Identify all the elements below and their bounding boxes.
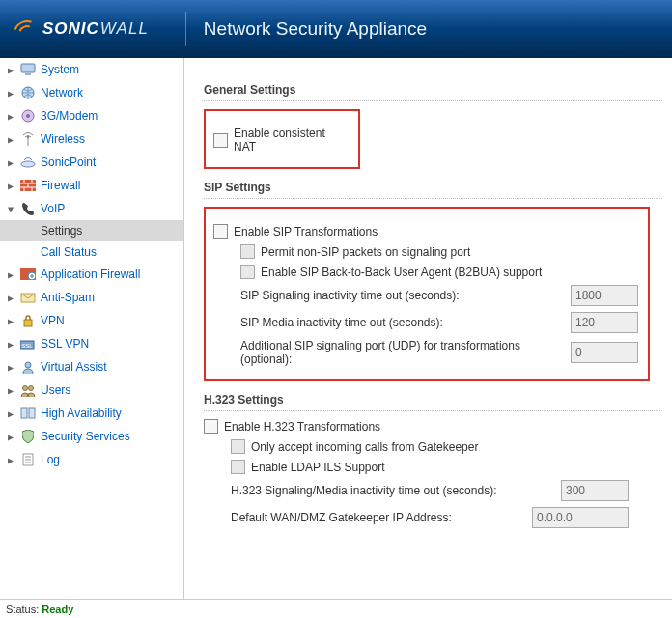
sidebar-item-label: SSL VPN [41,337,89,351]
sidebar-item-vpn[interactable]: ▶VPN [0,309,183,332]
sidebar-item-voip[interactable]: ▼VoIP [0,197,183,220]
sidebar-item-firewall[interactable]: ▶Firewall [0,174,183,197]
phone-icon [19,200,37,217]
row-enable-nat: Enable consistent NAT [213,126,349,154]
sidebar-item-virtual-assist[interactable]: ▶Virtual Assist [0,355,183,379]
checkbox-enable-nat[interactable] [213,133,228,148]
input-sip-sig-timeout[interactable] [571,285,638,306]
sidebar-item-high-availability[interactable]: ▶High Availability [0,402,183,425]
users-icon [19,381,37,399]
sidebar-item-system[interactable]: ▶System [0,58,183,81]
sidebar-item-wireless[interactable]: ▶Wireless [0,127,183,151]
sidebar-item-label: Call Status [41,245,97,259]
brand-text-2: WALL [100,19,149,38]
collapse-icon[interactable]: ▼ [6,204,15,214]
sidebar-item-label: Application Firewall [41,267,140,281]
logo-arc-icon [14,16,39,42]
sidebar-item-anti-spam[interactable]: ▶Anti-Spam [0,286,183,309]
sidebar-item-label: Settings [41,224,82,238]
sidebar-item-3gmodem[interactable]: ▶3G/Modem [0,104,183,127]
svg-rect-19 [24,320,32,326]
brand-text-1: SONIC [42,19,99,38]
expand-icon[interactable]: ▶ [6,181,15,191]
expand-icon[interactable]: ▶ [6,65,15,75]
checkbox-enable-h323[interactable] [204,419,218,434]
section-general-heading: General Settings [204,83,662,101]
monitor-icon [19,61,37,78]
input-sip-addl-port[interactable] [571,342,638,363]
expand-icon[interactable]: ▶ [6,134,15,145]
expand-icon[interactable]: ▶ [6,269,15,280]
checkbox-ldap-ils[interactable] [231,460,245,474]
globe-icon [19,84,37,101]
sidebar-item-label: Log [41,453,60,466]
input-h323-timeout[interactable] [561,480,629,501]
checkbox-b2bua[interactable] [240,265,255,279]
svg-point-24 [29,386,34,391]
svg-point-4 [26,114,30,118]
sidebar-item-log[interactable]: ▶Log [0,448,183,471]
highlight-box-general: Enable consistent NAT [204,109,360,169]
sidebar-item-network[interactable]: ▶Network [0,81,183,104]
expand-icon[interactable]: ▶ [6,362,15,373]
label-sip-sig-timeout: SIP Signaling inactivity time out (secon… [240,289,565,302]
sidebar-item-label: 3G/Modem [41,109,98,123]
svg-rect-0 [21,64,35,72]
expand-icon[interactable]: ▶ [6,432,15,442]
expand-icon[interactable]: ▶ [6,316,15,326]
input-gatekeeper-ip[interactable] [532,507,629,528]
svg-text:SSL: SSL [21,343,33,349]
input-sip-media-timeout[interactable] [571,312,638,333]
header: SONICWALL Network Security Appliance [0,0,672,58]
envelope-icon [19,289,37,306]
content: General Settings Enable consistent NAT S… [184,58,672,599]
access-point-icon [19,154,37,171]
body: ▶System ▶Network ▶3G/Modem ▶Wireless ▶So… [0,58,672,599]
app-firewall-icon [19,266,37,283]
sidebar-subitem-call-status[interactable]: Call Status [0,241,183,263]
expand-icon[interactable]: ▶ [6,293,15,303]
sidebar-item-label: Virtual Assist [41,360,106,374]
expand-icon[interactable]: ▶ [6,339,15,350]
expand-icon[interactable]: ▶ [6,455,15,465]
firewall-icon [19,177,37,194]
modem-icon [19,107,37,125]
shield-icon [19,428,37,445]
group-h323: Enable H.323 Transformations Only accept… [204,419,629,528]
label-enable-sip: Enable SIP Transformations [234,225,378,239]
sidebar-item-label: Firewall [41,179,80,192]
sidebar-item-security-services[interactable]: ▶Security Services [0,425,183,448]
svg-point-22 [25,362,31,368]
label-gatekeeper-ip: Default WAN/DMZ Gatekeeper IP Address: [231,511,526,524]
status-value: Ready [42,604,73,615]
ssl-icon: SSL [19,335,37,352]
sidebar-item-label: High Availability [41,407,122,420]
sidebar-item-sonicpoint[interactable]: ▶SonicPoint [0,151,183,174]
label-ldap-ils: Enable LDAP ILS Support [251,461,385,474]
sidebar-item-sslvpn[interactable]: ▶SSLSSL VPN [0,332,183,355]
sidebar-item-label: Anti-Spam [41,291,95,304]
svg-point-23 [23,386,28,391]
label-permit-nonsip: Permit non-SIP packets on signaling port [261,245,470,259]
sidebar-item-users[interactable]: ▶Users [0,379,183,402]
sidebar-item-label: SonicPoint [41,155,96,169]
sidebar-item-label: System [41,63,79,76]
expand-icon[interactable]: ▶ [6,88,15,98]
svg-rect-1 [25,73,31,75]
expand-icon[interactable]: ▶ [6,385,15,396]
status-bar: Status: Ready [0,599,672,618]
sidebar: ▶System ▶Network ▶3G/Modem ▶Wireless ▶So… [0,58,184,599]
checkbox-permit-nonsip[interactable] [240,244,255,259]
checkbox-gatekeeper-only[interactable] [231,439,245,454]
svg-point-6 [27,136,29,138]
checkbox-enable-sip[interactable] [213,224,228,239]
sidebar-item-app-firewall[interactable]: ▶Application Firewall [0,263,183,286]
expand-icon[interactable]: ▶ [6,111,15,122]
label-h323-timeout: H.323 Signaling/Media inactivity time ou… [231,484,555,497]
expand-icon[interactable]: ▶ [6,157,15,168]
expand-icon[interactable]: ▶ [6,408,15,419]
section-sip-heading: SIP Settings [204,181,662,199]
sidebar-item-label: Network [41,86,83,99]
sidebar-subitem-settings[interactable]: Settings [0,220,183,241]
header-divider [185,12,186,46]
